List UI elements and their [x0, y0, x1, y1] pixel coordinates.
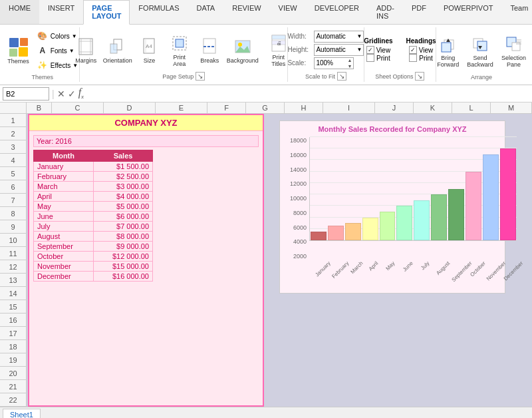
- scale-spinner[interactable]: ▲ ▼: [347, 57, 352, 69]
- row-header-9[interactable]: 9: [0, 220, 26, 234]
- col-header-g[interactable]: G: [246, 103, 285, 113]
- sales-row-2[interactable]: March$3 000.00: [34, 182, 153, 192]
- svg-rect-1: [20, 38, 28, 46]
- col-header-e[interactable]: E: [156, 103, 207, 113]
- x-label-6: July: [420, 260, 430, 271]
- ribbon-tab-formulas[interactable]: FORMULAS: [130, 0, 188, 24]
- selection-pane-button[interactable]: SelectionPane: [499, 32, 529, 69]
- sales-row-4[interactable]: May$5 000.00: [34, 202, 153, 212]
- orientation-button[interactable]: Orientation: [101, 35, 134, 65]
- ribbon-tab-team[interactable]: Team: [501, 0, 532, 24]
- margins-button[interactable]: Margins: [73, 35, 98, 65]
- sales-row-9[interactable]: October$12 000.00: [34, 252, 153, 262]
- sales-row-6[interactable]: July$7 000.00: [34, 222, 153, 232]
- sales-row-1[interactable]: February$2 500.00: [34, 172, 153, 182]
- ribbon-tab-page_layout[interactable]: PAGE LAYOUT: [83, 0, 130, 25]
- ribbon-tab-data[interactable]: DATA: [188, 0, 223, 24]
- row-header-14[interactable]: 14: [0, 287, 26, 300]
- col-header-d[interactable]: D: [104, 103, 156, 113]
- chart-bar-6: [414, 200, 430, 240]
- ribbon-tab-developer[interactable]: DEVELOPER: [306, 0, 368, 24]
- col-header-b[interactable]: B: [27, 103, 52, 113]
- row-header-12[interactable]: 12: [0, 260, 26, 274]
- sales-row-3[interactable]: April$4 000.00: [34, 192, 153, 202]
- gridlines-view-checkbox[interactable]: [366, 46, 374, 54]
- col-header-k[interactable]: K: [414, 103, 452, 113]
- row-header-21[interactable]: 21: [0, 380, 26, 393]
- col-header-c[interactable]: C: [52, 103, 104, 113]
- row-header-1[interactable]: 1: [0, 114, 26, 127]
- ribbon-tab-add_ins[interactable]: ADD-INS: [368, 0, 403, 24]
- sales-row-7[interactable]: August$8 000.00: [34, 232, 153, 242]
- scale-down-arrow[interactable]: ▼: [347, 63, 352, 69]
- themes-label: Themes: [7, 58, 29, 65]
- gridlines-print-checkbox[interactable]: [366, 54, 374, 62]
- print-area-button[interactable]: Print Area: [164, 31, 194, 69]
- ribbon-tab-view[interactable]: VIEW: [270, 0, 306, 24]
- row-header-3[interactable]: 3: [0, 140, 26, 154]
- sheet-tab-1[interactable]: Sheet1: [3, 409, 41, 418]
- row-header-8[interactable]: 8: [0, 207, 26, 220]
- height-input[interactable]: Automatic ▼: [314, 44, 364, 56]
- width-input[interactable]: Automatic ▼: [314, 31, 364, 43]
- row-header-13[interactable]: 13: [0, 274, 26, 287]
- sales-header: Sales: [94, 150, 153, 162]
- sales-row-5[interactable]: June$6 000.00: [34, 212, 153, 222]
- col-header-i[interactable]: I: [323, 103, 375, 113]
- width-dropdown-arrow[interactable]: ▼: [356, 33, 362, 39]
- svg-rect-0: [9, 38, 19, 47]
- row-header-2[interactable]: 2: [0, 127, 26, 140]
- row-header-19[interactable]: 19: [0, 353, 26, 367]
- row-header-18[interactable]: 18: [0, 340, 26, 353]
- headings-view-checkbox[interactable]: [409, 46, 417, 54]
- sales-row-0[interactable]: January$1 500.00: [34, 162, 153, 172]
- background-button[interactable]: Background: [225, 35, 260, 65]
- breaks-button[interactable]: Breaks: [197, 35, 222, 65]
- ribbon-tab-pdf[interactable]: PDF: [403, 0, 435, 24]
- size-button[interactable]: A4 Size: [136, 35, 162, 65]
- sales-row-11[interactable]: December$16 000.00: [34, 272, 153, 282]
- col-header-h[interactable]: H: [285, 103, 323, 113]
- sales-row-10[interactable]: November$15 000.00: [34, 262, 153, 272]
- row-header-5[interactable]: 5: [0, 167, 26, 180]
- row-header-17[interactable]: 17: [0, 327, 26, 340]
- row-header-10[interactable]: 10: [0, 234, 26, 247]
- col-header-j[interactable]: J: [375, 103, 414, 113]
- send-backward-button[interactable]: SendBackward: [464, 32, 496, 69]
- ribbon-tab-insert[interactable]: INSERT: [39, 0, 83, 24]
- row-header-15[interactable]: 15: [0, 300, 26, 314]
- row-header-11[interactable]: 11: [0, 247, 26, 260]
- row-header-4[interactable]: 4: [0, 154, 26, 167]
- row-header-20[interactable]: 20: [0, 367, 26, 380]
- page-setup-launcher[interactable]: ↘: [196, 72, 205, 81]
- year-label-cell[interactable]: Year: 2016: [33, 135, 259, 147]
- insert-function-icon[interactable]: fx: [78, 87, 84, 100]
- company-title-cell[interactable]: COMPANY XYZ: [29, 115, 263, 131]
- sheet-options-launcher[interactable]: ↘: [415, 72, 424, 81]
- headings-view-row: View: [409, 46, 434, 54]
- row-header-16[interactable]: 16: [0, 314, 26, 327]
- row-header-22[interactable]: 22: [0, 393, 26, 407]
- formula-input[interactable]: [86, 87, 529, 101]
- scale-up-arrow[interactable]: ▲: [347, 57, 352, 63]
- ribbon-tab-home[interactable]: HOME: [0, 0, 39, 24]
- ribbon-tab-powerpivot[interactable]: POWERPIVOT: [435, 0, 502, 24]
- height-dropdown-arrow[interactable]: ▼: [356, 47, 362, 53]
- ribbon-tab-review[interactable]: REVIEW: [223, 0, 269, 24]
- scale-launcher[interactable]: ↘: [337, 72, 346, 81]
- page-setup-text: Page Setup: [162, 73, 194, 80]
- row-header-6[interactable]: 6: [0, 180, 26, 194]
- bring-forward-button[interactable]: BringForward: [434, 32, 462, 69]
- sales-row-8[interactable]: September$9 000.00: [34, 242, 153, 252]
- col-header-f[interactable]: F: [207, 103, 246, 113]
- send-backward-label: SendBackward: [467, 55, 493, 68]
- headings-print-checkbox[interactable]: [409, 54, 417, 62]
- row-header-7[interactable]: 7: [0, 194, 26, 207]
- col-header-m[interactable]: M: [491, 103, 532, 113]
- confirm-formula-icon[interactable]: ✓: [68, 89, 76, 99]
- col-header-l[interactable]: L: [452, 103, 491, 113]
- cancel-formula-icon[interactable]: ✕: [57, 89, 65, 99]
- themes-button[interactable]: Themes: [5, 35, 32, 66]
- cell-reference-input[interactable]: [3, 87, 49, 101]
- scale-input[interactable]: 100% ▲ ▼: [314, 57, 354, 69]
